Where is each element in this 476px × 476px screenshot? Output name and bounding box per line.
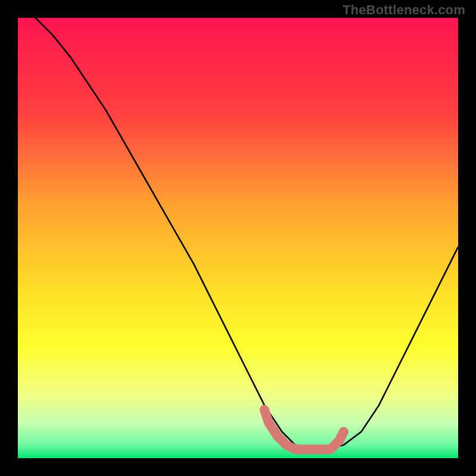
- gradient-background: [18, 18, 458, 458]
- bottleneck-chart: [18, 18, 458, 458]
- watermark-text: TheBottleneck.com: [343, 2, 465, 18]
- chart-stage: TheBottleneck.com: [0, 0, 476, 476]
